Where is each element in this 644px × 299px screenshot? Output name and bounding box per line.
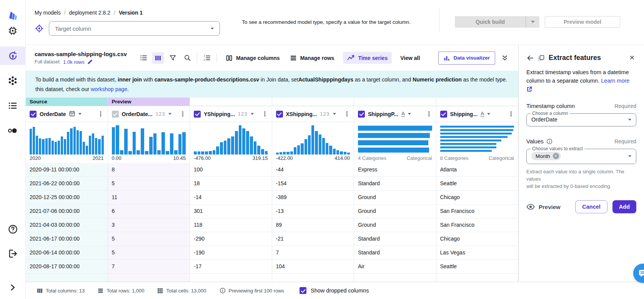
info-icon[interactable] <box>546 138 552 145</box>
column-header[interactable]: OrderDate...123⋮ <box>108 106 190 122</box>
models-icon[interactable] <box>0 71 26 90</box>
table-cell[interactable]: 104 <box>272 260 354 274</box>
table-cell[interactable]: Standard <box>354 246 436 260</box>
type-dropdown-caret[interactable] <box>408 113 411 115</box>
table-cell[interactable]: Atlanta <box>436 163 518 177</box>
table-cell[interactable]: Chicago <box>436 191 518 204</box>
edit-pencil-icon[interactable] <box>87 59 93 65</box>
column-checkbox[interactable] <box>194 111 201 118</box>
table-cell[interactable]: Ground <box>354 218 436 232</box>
table-cell[interactable]: 5 <box>108 232 190 246</box>
table-cell[interactable]: -13 <box>272 204 354 218</box>
signout-icon[interactable] <box>0 244 26 263</box>
column-menu-icon[interactable]: ⋮ <box>262 110 269 118</box>
table-cell[interactable]: 89 <box>272 218 354 232</box>
preview-model-button[interactable]: Preview model <box>545 16 620 28</box>
view-all-button[interactable]: View all <box>400 55 420 61</box>
quick-build-button[interactable]: Quick build <box>455 16 539 28</box>
column-menu-icon[interactable]: ⋮ <box>426 110 433 118</box>
automl-icon[interactable] <box>0 47 26 65</box>
cancel-button[interactable]: Cancel <box>575 200 607 213</box>
table-cell[interactable]: 301 <box>190 204 272 218</box>
rows-count-link[interactable]: 1.0k rows <box>63 59 85 65</box>
canvas-logo[interactable] <box>6 9 20 22</box>
column-header[interactable]: ShippingP...A⋮ <box>354 106 436 122</box>
table-cell[interactable]: Standard <box>354 177 436 191</box>
list-view-icon[interactable] <box>138 52 149 64</box>
table-cell[interactable]: Ground <box>354 204 436 218</box>
column-header[interactable]: OrderDate⋮ <box>26 106 108 122</box>
type-dropdown-caret[interactable] <box>168 113 171 115</box>
workshop-page-link[interactable]: workshop page <box>91 86 127 92</box>
table-cell[interactable]: Seattle <box>436 260 518 274</box>
table-cell[interactable]: 100 <box>190 163 272 177</box>
manage-columns-button[interactable]: Manage columns <box>226 55 280 61</box>
help-icon[interactable] <box>0 220 26 238</box>
table-cell[interactable]: 2021-06-22 00:00:00 <box>26 177 108 191</box>
table-cell[interactable]: 2021-04-03 00:00:00 <box>26 218 108 232</box>
table-cell[interactable]: 5 <box>108 177 190 191</box>
compare-icon[interactable] <box>0 121 26 140</box>
table-cell[interactable]: 7 <box>108 260 190 274</box>
table-cell[interactable]: -389 <box>272 191 354 204</box>
collapse-toolbar-icon[interactable] <box>501 55 508 61</box>
type-dropdown-caret[interactable] <box>251 113 254 115</box>
filter-icon[interactable] <box>167 52 178 64</box>
column-menu-icon[interactable]: ⋮ <box>98 110 105 118</box>
table-cell[interactable]: -17 <box>190 260 272 274</box>
table-cell[interactable]: -290 <box>190 232 272 246</box>
table-cell[interactable]: 2021-07-06 00:00:00 <box>26 204 108 218</box>
column-header[interactable]: YShipping...123⋮ <box>190 106 272 122</box>
table-cell[interactable]: 2020-06-14 00:00:00 <box>26 246 108 260</box>
type-dropdown-caret[interactable] <box>78 113 82 115</box>
column-menu-icon[interactable]: ⋮ <box>344 110 351 118</box>
manage-rows-button[interactable]: Manage rows <box>290 55 334 61</box>
data-visualizer-button[interactable]: Data visualizer <box>438 51 495 65</box>
timestamp-column-select[interactable]: Choose a column OrderDate <box>526 111 636 126</box>
close-icon[interactable]: ✕ <box>628 53 636 63</box>
table-cell[interactable]: 2020-09-11 00:00:00 <box>26 163 108 177</box>
show-dropped-checkbox[interactable] <box>300 287 306 294</box>
collapse-chevron-icon[interactable] <box>0 278 26 297</box>
target-column-select[interactable]: Target column <box>49 21 220 36</box>
table-cell[interactable]: Seattle <box>436 177 518 191</box>
type-dropdown-caret[interactable] <box>487 113 490 115</box>
learn-more-link[interactable]: Learn more <box>601 78 629 84</box>
table-cell[interactable]: San Francisco <box>436 204 518 218</box>
table-cell[interactable]: 118 <box>190 218 272 232</box>
back-arrow-icon[interactable] <box>526 54 534 62</box>
remove-tag-icon[interactable]: ✕ <box>553 153 559 159</box>
column-header[interactable]: Shipping...A⋮ <box>436 106 518 122</box>
type-dropdown-caret[interactable] <box>333 113 336 115</box>
preview-toggle[interactable]: Preview <box>526 203 561 210</box>
values-select[interactable]: Choose values to extract Month ✕ <box>526 146 636 164</box>
list-icon[interactable] <box>0 96 26 115</box>
table-cell[interactable]: 11 <box>108 191 190 204</box>
column-checkbox[interactable] <box>30 111 37 118</box>
time-series-button[interactable]: Time series <box>343 52 392 64</box>
column-checkbox[interactable] <box>276 111 283 118</box>
show-dropped-columns-toggle[interactable]: Show dropped columns <box>300 287 369 294</box>
column-checkbox[interactable] <box>440 111 447 118</box>
table-cell[interactable]: -44 <box>272 163 354 177</box>
compute-icon[interactable] <box>0 22 26 40</box>
table-cell[interactable]: 2021-06-17 00:00:00 <box>26 232 108 246</box>
table-cell[interactable]: -14 <box>190 191 272 204</box>
table-cell[interactable]: Standard <box>354 232 436 246</box>
table-cell[interactable]: 18 <box>190 177 272 191</box>
quick-build-caret[interactable] <box>526 16 539 28</box>
table-cell[interactable]: 2020-08-17 00:00:00 <box>26 260 108 274</box>
table-cell[interactable]: 7 <box>272 246 354 260</box>
table-cell[interactable]: 3 <box>108 218 190 232</box>
table-cell[interactable]: 6 <box>108 204 190 218</box>
table-cell[interactable]: 2020-12-25 00:00:00 <box>26 191 108 204</box>
table-cell[interactable]: -190 <box>190 246 272 260</box>
search-icon[interactable] <box>181 52 193 64</box>
column-menu-icon[interactable]: ⋮ <box>508 110 515 118</box>
column-checkbox[interactable] <box>358 111 365 118</box>
table-cell[interactable]: Chicago <box>436 232 518 246</box>
table-cell[interactable]: San Francisco <box>436 218 518 232</box>
table-cell[interactable]: Express <box>354 163 436 177</box>
add-button[interactable]: Add <box>612 200 636 213</box>
table-cell[interactable]: 5 <box>108 246 190 260</box>
